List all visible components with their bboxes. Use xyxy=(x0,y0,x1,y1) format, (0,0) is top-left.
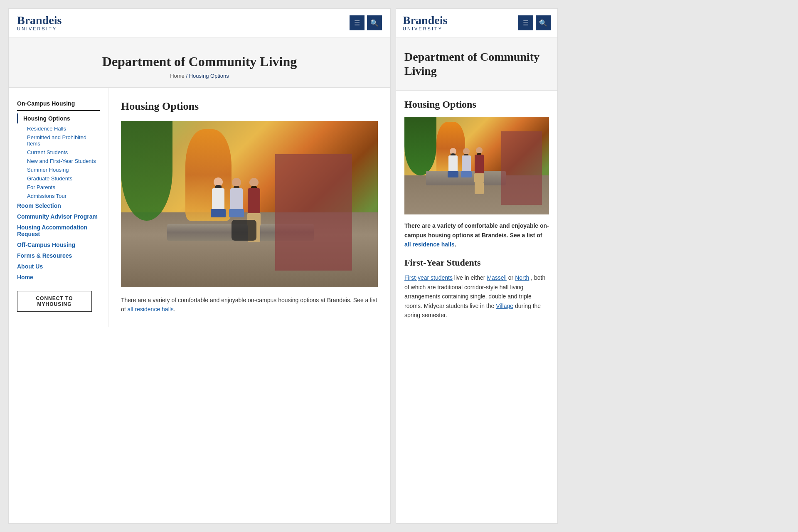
sidebar-active-item[interactable]: Housing Options xyxy=(17,113,100,123)
first-year-students-link[interactable]: First-year students xyxy=(404,274,453,281)
right-first-year-middle1: live in either xyxy=(454,274,485,281)
right-tree-left xyxy=(404,117,436,175)
menu-button[interactable]: ☰ xyxy=(350,15,365,30)
right-or-text: or xyxy=(508,274,513,281)
sidebar-housing-accommodation[interactable]: Housing Accommodation Request xyxy=(17,222,100,239)
right-housing-heading: Housing Options xyxy=(404,99,549,110)
content-body-text: There are a variety of comfortable and e… xyxy=(121,296,378,314)
search-button[interactable]: 🔍 xyxy=(367,15,382,30)
main-content: On-Campus Housing Housing Options Reside… xyxy=(9,88,390,327)
right-intro-before: There are a variety of comfortable and e… xyxy=(404,222,549,238)
sidebar-section-title[interactable]: On-Campus Housing xyxy=(17,100,100,111)
sidebar: On-Campus Housing Housing Options Reside… xyxy=(9,88,108,327)
right-logo-brandeis: Brandeis xyxy=(403,15,447,26)
right-search-button[interactable]: 🔍 xyxy=(536,15,551,30)
sidebar-home[interactable]: Home xyxy=(17,272,100,283)
sidebar-about-us[interactable]: About Us xyxy=(17,261,100,272)
sidebar-community-advisor[interactable]: Community Advisor Program xyxy=(17,211,100,222)
right-panel: Brandeis UNIVERSITY ☰ 🔍 Department of Co… xyxy=(396,8,558,524)
right-first-year-heading: First-Year Students xyxy=(404,257,549,268)
content-heading: Housing Options xyxy=(121,100,378,113)
sidebar-room-selection[interactable]: Room Selection xyxy=(17,200,100,211)
breadcrumb-separator: / xyxy=(186,73,187,79)
right-page-title: Department of Community Living xyxy=(404,50,549,78)
sidebar-sub-current[interactable]: Current Students xyxy=(17,148,100,157)
sidebar-sub-summer[interactable]: Summer Housing xyxy=(17,165,100,174)
content-body-end: . xyxy=(174,306,175,313)
page-title-section: Department of Community Living Home / Ho… xyxy=(9,37,390,88)
page-title: Department of Community Living xyxy=(17,54,382,69)
breadcrumb-current: Housing Options xyxy=(189,73,229,79)
right-first-year-text: First-year students live in either Masse… xyxy=(404,273,549,320)
breadcrumb: Home / Housing Options xyxy=(17,73,382,79)
right-campus-image xyxy=(404,117,549,214)
right-logo-university: UNIVERSITY xyxy=(403,26,447,31)
village-link[interactable]: Village xyxy=(496,303,513,309)
sidebar-sub-permitted[interactable]: Permitted and Prohibited Items xyxy=(17,133,100,148)
header: Brandeis UNIVERSITY ☰ 🔍 xyxy=(9,9,390,37)
sidebar-sub-residence-halls[interactable]: Residence Halls xyxy=(17,124,100,133)
sidebar-sub-graduate[interactable]: Graduate Students xyxy=(17,174,100,183)
right-intro-text: There are a variety of comfortable and e… xyxy=(404,221,549,249)
right-content: Housing Options xyxy=(396,91,557,328)
sidebar-off-campus[interactable]: Off-Campus Housing xyxy=(17,239,100,250)
north-link[interactable]: North xyxy=(515,274,529,281)
right-menu-button[interactable]: ☰ xyxy=(518,15,533,30)
tree-left-decoration xyxy=(121,121,172,221)
header-icons: ☰ 🔍 xyxy=(350,15,382,30)
logo-university: UNIVERSITY xyxy=(17,26,62,31)
right-page-title-section: Department of Community Living xyxy=(396,37,557,91)
left-panel: Brandeis UNIVERSITY ☰ 🔍 Department of Co… xyxy=(8,8,391,524)
massell-link[interactable]: Massell xyxy=(487,274,506,281)
logo-area: Brandeis UNIVERSITY xyxy=(17,15,62,31)
sidebar-sub-admissions[interactable]: Admissions Tour xyxy=(17,192,100,200)
connect-myhousing-button[interactable]: CONNECT TO MYHOUSING xyxy=(17,291,92,312)
right-residence-halls-link[interactable]: all residence halls xyxy=(404,241,455,248)
logo-brandeis: Brandeis xyxy=(17,15,62,26)
residence-halls-link[interactable]: all residence halls xyxy=(128,306,174,313)
sidebar-sub-parents[interactable]: For Parents xyxy=(17,183,100,192)
right-logo-area: Brandeis UNIVERSITY xyxy=(403,15,447,31)
right-header: Brandeis UNIVERSITY ☰ 🔍 xyxy=(396,9,557,37)
right-intro-after: . xyxy=(455,241,456,248)
sidebar-forms-resources[interactable]: Forms & Resources xyxy=(17,250,100,261)
right-header-icons: ☰ 🔍 xyxy=(518,15,551,30)
sidebar-sub-first-year[interactable]: New and First-Year Students xyxy=(17,157,100,165)
content-area: Housing Options xyxy=(108,88,390,327)
campus-image xyxy=(121,121,378,287)
breadcrumb-home[interactable]: Home xyxy=(170,73,185,79)
